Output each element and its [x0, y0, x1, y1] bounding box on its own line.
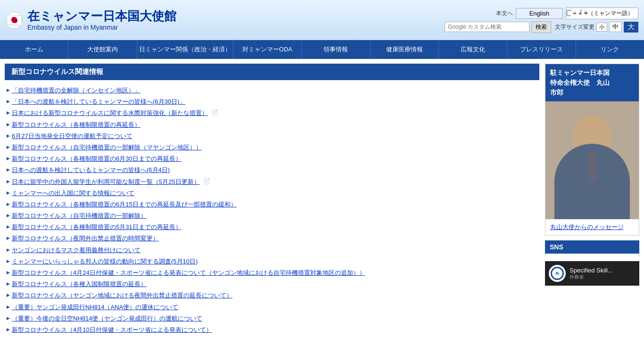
- news-link[interactable]: 新型コロナウイルス（4月10日付保健・スポーツ省による発表について）: [12, 326, 212, 334]
- honbun-link[interactable]: 本文へ: [496, 9, 513, 17]
- news-link[interactable]: 日本への渡航を検討しているミャンマーの皆様へ(6月4日): [12, 166, 170, 174]
- nav-item----------------[interactable]: 日ミャンマー関係（政治・経済）: [137, 40, 233, 59]
- site-titles: 在ミャンマー日本国大使館 Embassy of Japan in Myanmar: [27, 9, 176, 31]
- list-item: ミャンマーにいらっしゃる邦人の皆様の動向に関する調査(5月10日): [7, 256, 537, 267]
- document-icon: 📄: [211, 109, 218, 115]
- fontsize-small-button[interactable]: 小: [596, 23, 607, 32]
- mofa-logo-inner: 外: [551, 267, 564, 280]
- news-link[interactable]: 新型コロナウイルス（各種制限措置の6月15日までの再延長及び一部措置の緩和）: [12, 200, 237, 209]
- mofa-badge: 外務省: [570, 274, 613, 280]
- list-item: ヤンゴンにおけるマスク着用義務付けについて: [7, 245, 537, 256]
- search-row: 検索 文字サイズ変更 小 中 大: [445, 21, 638, 33]
- news-link[interactable]: 新型コロナウイルス（自宅待機措置の一部解除）: [12, 212, 147, 220]
- ambassador-photo: [545, 101, 639, 219]
- nav-item------[interactable]: 大使館案内: [68, 40, 137, 59]
- header-right: 本文へ English မြန်မာ（ミャンマー語） 検索 文字サイズ変更 小 …: [445, 8, 638, 33]
- ambassador-portrait: [545, 101, 639, 219]
- fontsize-medium-button[interactable]: 中: [609, 22, 622, 32]
- specified-skill-text: Specified Skill...: [570, 267, 613, 274]
- news-link[interactable]: 新型コロナウイルス（各種制限措置の6月30日までの再延長）: [12, 155, 182, 163]
- section-title: 新型コロナウイルス関連情報: [5, 64, 539, 80]
- news-link[interactable]: 日本における新型コロナウイルスに関する水際対策強化（新たな措置）: [12, 109, 208, 117]
- list-item: （重要）ヤンゴン発成田行NH814（ANA便）の運休について: [7, 302, 537, 313]
- ambassador-box: 駐ミャンマー日本国特命全権大使 丸山市郎 丸山大使からのメッセージ: [545, 64, 639, 236]
- specified-skill-logo: 外: [549, 265, 566, 282]
- site-header: 在ミャンマー日本国大使館 Embassy of Japan in Myanmar…: [0, 0, 644, 40]
- main-navigation: ホーム大使館案内日ミャンマー関係（政治・経済）対ミャンマーODA領事情報健康医療…: [0, 40, 644, 59]
- nav-item-----[interactable]: 広報文化: [439, 40, 507, 59]
- news-link[interactable]: 新型コロナウイルス（自宅待機措置の一部解除（マヤンゴン地区））: [12, 143, 202, 152]
- main-content: 新型コロナウイルス関連情報 「自宅待機措置の全解除（インセイン地区）」「日本への…: [0, 59, 644, 340]
- sns-title: SNS: [545, 240, 639, 254]
- ambassador-message-link[interactable]: 丸山大使からのメッセージ: [545, 219, 639, 235]
- news-link[interactable]: （重要）ヤンゴン発成田行NH814（ANA便）の運休について: [12, 303, 178, 312]
- sns-box: SNS: [545, 240, 639, 256]
- list-item: 新型コロナウイルス（自宅待機措置の一部解除（マヤンゴン地区））: [7, 142, 537, 153]
- list-item: 「日本への渡航を検討しているミャンマーの皆様へ(6月30日)」: [7, 96, 537, 107]
- news-links-list: 「自宅待機措置の全解除（インセイン地区）」「日本への渡航を検討しているミャンマー…: [5, 85, 539, 336]
- list-item: 新型コロナウイルス（ヤンゴン地域における夜間外出禁止措置の延長について）: [7, 290, 537, 301]
- news-link[interactable]: ヤンゴンにおけるマスク着用義務付けについて: [12, 246, 140, 255]
- list-item: ミャンマーへの出入国に関する情報について: [7, 188, 537, 199]
- content-area: 新型コロナウイルス関連情報 「自宅待機措置の全解除（インセイン地区）」「日本への…: [5, 64, 539, 336]
- list-item: 日本への渡航を検討しているミャンマーの皆様へ(6月4日): [7, 165, 537, 176]
- list-item: 日本における新型コロナウイルスに関する水際対策強化（新たな措置）📄: [7, 107, 537, 119]
- news-link[interactable]: 新型コロナウイルス（各種入国制限措置の延長）: [12, 280, 147, 288]
- sidebar: 駐ミャンマー日本国特命全権大使 丸山市郎 丸山大使からのメッセージ SNS 外 …: [545, 64, 639, 336]
- portrait-body: [554, 144, 630, 219]
- portrait-tie: [588, 153, 596, 181]
- nav-item--------[interactable]: プレスリリース: [507, 40, 576, 59]
- list-item: 6月27日当地発全日空便の運航予定について: [7, 131, 537, 142]
- nav-item-------[interactable]: 健康医療情報: [371, 40, 439, 59]
- list-item: 新型コロナウイルス（夜間外出禁止措置の時間変更）: [7, 233, 537, 244]
- news-link[interactable]: 新型コロナウイルス（4月24日付保健・スポーツ省による発表について（ヤンゴン地域…: [12, 269, 365, 277]
- news-link[interactable]: 6月27日当地発全日空便の運航予定について: [12, 132, 132, 140]
- language-row: 本文へ English မြန်မာ（ミャンマー語）: [496, 8, 638, 19]
- nav-item----[interactable]: ホーム: [0, 40, 68, 59]
- news-link[interactable]: 新型コロナウイルス（各種制限措置の再延長）: [12, 121, 140, 129]
- list-item: 新型コロナウイルス（各種制限措置の5月31日までの再延長）: [7, 222, 537, 233]
- list-item: 新型コロナウイルス（各種制限措置の6月30日までの再延長）: [7, 153, 537, 165]
- list-item: 日本に留学中の外国人留学生が利用可能な制度一覧（5月25日更新）📄: [7, 176, 537, 188]
- specified-skill-content: Specified Skill... 外務省: [570, 267, 613, 280]
- specified-skill-banner[interactable]: 外 Specified Skill... 外務省: [545, 261, 639, 286]
- list-item: （重要）今後の全日空NH814便（ヤンゴン発成田行）の運航について: [7, 313, 537, 324]
- nav-item-------ODA[interactable]: 対ミャンマーODA: [233, 40, 302, 59]
- list-item: 新型コロナウイルス（各種制限措置の6月15日までの再延長及び一部措置の緩和）: [7, 199, 537, 210]
- ambassador-title: 駐ミャンマー日本国特命全権大使 丸山市郎: [545, 64, 639, 101]
- list-item: 新型コロナウイルス（自宅待機措置の一部解除）: [7, 210, 537, 222]
- document-icon: 📄: [203, 178, 210, 184]
- english-button[interactable]: English: [516, 8, 563, 19]
- site-title-english: Embassy of Japan in Myanmar: [27, 24, 176, 31]
- fontsize-large-button[interactable]: 大: [624, 22, 638, 33]
- news-link[interactable]: 「日本への渡航を検討しているミャンマーの皆様へ(6月30日)」: [12, 98, 185, 106]
- nav-item----[interactable]: リンク: [576, 40, 644, 59]
- site-title-japanese: 在ミャンマー日本国大使館: [27, 9, 176, 24]
- nav-item-----[interactable]: 領事情報: [302, 40, 370, 59]
- myanmar-button[interactable]: မြန်မာ（ミャンマー語）: [566, 8, 638, 19]
- news-link[interactable]: ミャンマーにいらっしゃる邦人の皆様の動向に関する調査(5月10日): [12, 257, 198, 266]
- news-link[interactable]: （重要）今後の全日空NH814便（ヤンゴン発成田行）の運航について: [12, 314, 202, 323]
- japan-flag: [6, 12, 23, 29]
- search-button[interactable]: 検索: [531, 21, 551, 33]
- search-input[interactable]: [445, 22, 529, 32]
- list-item: 「自宅待機措置の全解除（インセイン地区）」: [7, 85, 537, 96]
- news-link[interactable]: 「自宅待機措置の全解除（インセイン地区）」: [12, 86, 140, 95]
- header-left: 在ミャンマー日本国大使館 Embassy of Japan in Myanmar: [6, 9, 176, 31]
- fontsize-label: 文字サイズ変更: [555, 23, 594, 31]
- list-item: 新型コロナウイルス（各種制限措置の再延長）: [7, 119, 537, 131]
- news-link[interactable]: 新型コロナウイルス（ヤンゴン地域における夜間外出禁止措置の延長について）: [12, 291, 232, 300]
- news-link[interactable]: 新型コロナウイルス（各種制限措置の5月31日までの再延長）: [12, 223, 182, 231]
- news-link[interactable]: 日本に留学中の外国人留学生が利用可能な制度一覧（5月25日更新）: [12, 178, 200, 186]
- news-link[interactable]: 新型コロナウイルス（夜間外出禁止措置の時間変更）: [12, 234, 159, 243]
- list-item: 新型コロナウイルス（4月10日付保健・スポーツ省による発表について）: [7, 324, 537, 336]
- list-item: 新型コロナウイルス（4月24日付保健・スポーツ省による発表について（ヤンゴン地域…: [7, 267, 537, 279]
- list-item: 新型コロナウイルス（各種入国制限措置の延長）: [7, 279, 537, 290]
- news-link[interactable]: ミャンマーへの出入国に関する情報について: [12, 189, 134, 197]
